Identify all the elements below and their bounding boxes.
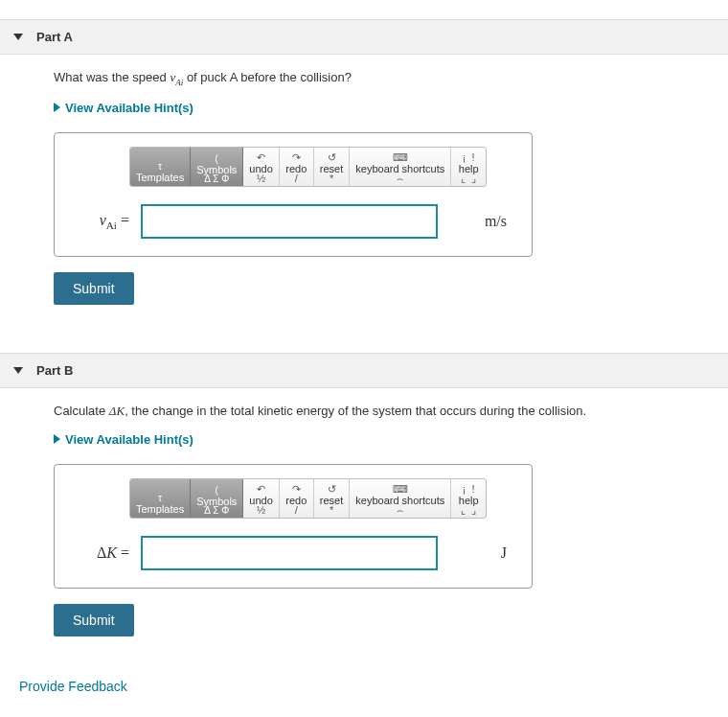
question-text: of puck A before the collision? — [183, 70, 352, 84]
view-hints-link[interactable]: View Available Hint(s) — [54, 432, 193, 447]
greek-icon: Δ Σ Φ — [196, 174, 237, 183]
question-variable: vAi — [170, 70, 183, 84]
view-hints-link[interactable]: View Available Hint(s) — [54, 101, 193, 115]
templates-button[interactable]: τTemplates — [130, 148, 191, 186]
part-b-body: Calculate ΔK, the change in the total ki… — [0, 388, 728, 656]
symbols-button[interactable]: (SymbolsΔ Σ Φ — [191, 148, 243, 186]
answer-lhs: ΔK = — [72, 544, 129, 562]
brackets-icon: ⌞ ⌟ — [457, 506, 480, 515]
hints-label: View Available Hint(s) — [65, 432, 193, 447]
caret-down-icon — [13, 367, 23, 374]
equation-toolbar: τTemplates (SymbolsΔ Σ Φ ↶undo½ ↷redo/ ↺… — [129, 147, 487, 187]
provide-feedback-link[interactable]: Provide Feedback — [19, 679, 127, 694]
help-icon: ¡ ! — [457, 153, 480, 162]
arc-icon: ⌢ — [355, 174, 444, 183]
arc-icon: ⌢ — [355, 506, 444, 515]
redo-icon: ↷ — [285, 153, 307, 162]
undo-button[interactable]: ↶undo½ — [243, 148, 279, 186]
answer-row: vAi = m/s — [72, 204, 514, 239]
undo-icon: ↶ — [249, 153, 272, 162]
keyboard-button[interactable]: ⌨keyboard shortcuts⌢ — [350, 148, 451, 186]
part-a-question: What was the speed vAi of puck A before … — [54, 70, 715, 87]
reset-icon: ↺ — [320, 153, 343, 162]
caret-down-icon — [13, 34, 23, 40]
part-a-header[interactable]: Part A — [0, 19, 728, 55]
subscript-icon: ½ — [249, 506, 272, 515]
symbols-icon: ( — [196, 486, 237, 495]
undo-button[interactable]: ↶undo½ — [243, 479, 279, 518]
keyboard-button[interactable]: ⌨keyboard shortcuts⌢ — [350, 479, 451, 518]
subscript-icon: ½ — [249, 174, 272, 183]
answer-lhs: vAi = — [72, 212, 129, 231]
answer-input[interactable] — [141, 204, 438, 239]
redo-button[interactable]: ↷redo/ — [280, 148, 314, 186]
answer-box: τTemplates (SymbolsΔ Σ Φ ↶undo½ ↷redo/ ↺… — [54, 464, 533, 589]
help-button[interactable]: ¡ !help⌞ ⌟ — [451, 479, 486, 518]
keyboard-icon: ⌨ — [355, 153, 444, 162]
question-text: Calculate — [54, 404, 109, 418]
symbols-icon: ( — [196, 154, 237, 163]
answer-units: J — [501, 544, 507, 562]
question-variable: ΔK — [109, 404, 125, 418]
equation-toolbar: τTemplates (SymbolsΔ Σ Φ ↶undo½ ↷redo/ ↺… — [129, 478, 487, 519]
keyboard-icon: ⌨ — [355, 485, 444, 494]
answer-units: m/s — [485, 213, 507, 230]
part-b-title: Part B — [36, 363, 73, 378]
answer-row: ΔK = J — [72, 536, 514, 570]
answer-box: τTemplates (SymbolsΔ Σ Φ ↶undo½ ↷redo/ ↺… — [54, 132, 533, 257]
submit-button[interactable]: Submit — [54, 272, 134, 305]
templates-label: Templates — [136, 172, 184, 183]
caret-right-icon — [54, 103, 60, 112]
caret-right-icon — [54, 434, 60, 444]
undo-icon: ↶ — [249, 485, 272, 494]
redo-button[interactable]: ↷redo/ — [280, 479, 314, 518]
part-b-question: Calculate ΔK, the change in the total ki… — [54, 404, 715, 419]
asterisk-icon: * — [320, 506, 343, 515]
asterisk-icon: * — [320, 174, 343, 183]
templates-button[interactable]: τTemplates — [130, 479, 191, 518]
reset-button[interactable]: ↺reset* — [314, 479, 350, 518]
hints-label: View Available Hint(s) — [65, 101, 193, 115]
brackets-icon: ⌞ ⌟ — [457, 174, 480, 183]
submit-button[interactable]: Submit — [54, 604, 134, 636]
part-a-title: Part A — [36, 30, 73, 44]
help-button[interactable]: ¡ !help⌞ ⌟ — [451, 148, 486, 186]
help-icon: ¡ ! — [457, 485, 480, 494]
part-a-body: What was the speed vAi of puck A before … — [0, 55, 728, 324]
fraction-icon: τ — [136, 162, 184, 171]
slash-icon: / — [285, 506, 307, 515]
question-text: , the change in the total kinetic energy… — [125, 404, 586, 418]
reset-button[interactable]: ↺reset* — [314, 148, 350, 186]
question-text: What was the speed — [54, 70, 170, 84]
greek-icon: Δ Σ Φ — [196, 506, 237, 515]
fraction-icon: τ — [136, 494, 184, 502]
reset-icon: ↺ — [320, 485, 343, 494]
answer-input[interactable] — [141, 536, 438, 570]
templates-label: Templates — [136, 503, 184, 515]
part-b-header[interactable]: Part B — [0, 353, 728, 388]
redo-icon: ↷ — [285, 485, 307, 494]
symbols-button[interactable]: (SymbolsΔ Σ Φ — [191, 479, 243, 518]
slash-icon: / — [285, 174, 307, 183]
